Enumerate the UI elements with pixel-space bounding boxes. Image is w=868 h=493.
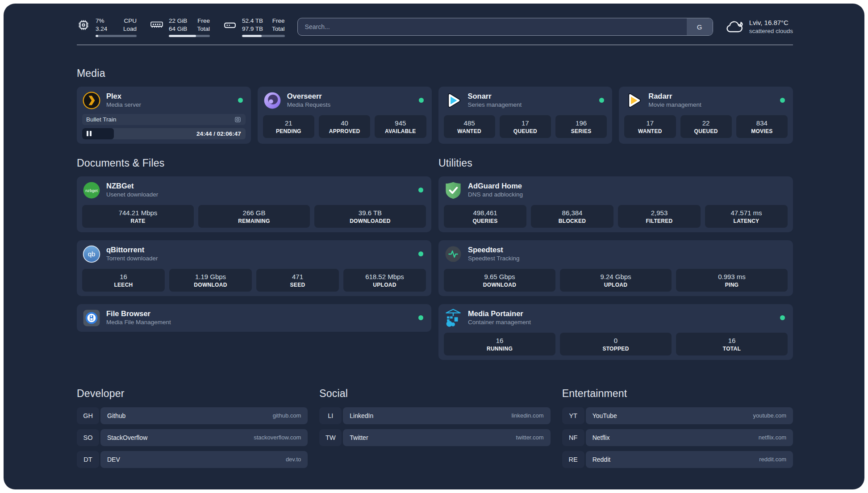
stat-filtered: 2,953 FILTERED [618,205,701,228]
disk-icon [223,18,237,32]
memory-free-label: Free [197,17,210,25]
card-subtitle: Series management [468,101,522,109]
bookmark-name: Github [107,412,125,419]
disk-widget: 52.4 TB 97.9 TB Free Total [223,17,285,37]
stat-downloaded: 39.6 TB DOWNLOADED [314,205,426,228]
stat-latency: 47.571 ms LATENCY [705,205,788,228]
stat-remaining: 266 GB REMAINING [198,205,310,228]
bookmark-reddit[interactable]: RE Reddit reddit.com [562,451,793,468]
bookmark-group-entertainment: Entertainment YT YouTube youtube.com NF … [562,388,793,473]
card-sonarr[interactable]: Sonarr Series management 485 WANTED 17 Q… [438,87,613,144]
card-portainer[interactable]: Media Portainer Container management 16 … [438,304,793,360]
bookmark-abbr: GH [77,407,99,424]
playback-time: 24:44 / 02:06:47 [196,130,241,137]
bookmark-url: reddit.com [759,456,786,463]
bookmark-youtube[interactable]: YT YouTube youtube.com [562,407,793,424]
bookmark-url: netflix.com [759,434,786,441]
card-title: Plex [106,92,141,101]
bookmark-url: twitter.com [516,434,544,441]
stat-seed: 471 SEED [256,269,339,292]
card-adguard[interactable]: AdGuard Home DNS and adblocking 498,461 … [438,176,793,232]
stat-wanted: 17 WANTED [624,115,676,138]
memory-free-value: 22 GiB [169,17,187,25]
now-playing-row: Bullet Train [82,114,246,125]
card-title: Overseerr [287,92,331,101]
bookmark-url: dev.to [286,456,301,463]
stat-pending: 21 PENDING [263,115,314,138]
section-title-utilities: Utilities [438,157,793,169]
bookmark-url: youtube.com [753,412,786,419]
stat-download: 9.65 Gbps DOWNLOAD [444,269,555,292]
portainer-icon [444,309,463,327]
card-overseerr[interactable]: Overseerr Media Requests 21 PENDING 40 A… [258,87,432,144]
search-input[interactable] [298,18,687,35]
card-title: Sonarr [468,92,522,101]
stat-queued: 17 QUEUED [500,115,551,138]
status-indicator [418,315,423,320]
weather-location: Lviv, 16.87°C [749,18,793,27]
bookmark-linkedin[interactable]: LI LinkedIn linkedin.com [319,407,550,424]
now-playing-title: Bullet Train [86,116,117,123]
stat-ping: 0.993 ms PING [676,269,788,292]
disk-total-label: Total [272,25,285,33]
top-bar: 7% 3.24 CPU Load [77,17,793,37]
svg-text:qb: qb [88,251,96,258]
cpu-usage-label: CPU [123,17,137,25]
card-title: Media Portainer [468,309,531,318]
pause-icon[interactable] [87,131,92,136]
stat-queries: 498,461 QUERIES [444,205,526,228]
bookmark-dev[interactable]: DT DEV dev.to [77,451,308,468]
card-subtitle: DNS and adblocking [468,191,523,199]
overseerr-icon [263,91,282,110]
bookmark-abbr: DT [77,451,99,468]
cloud-icon [726,20,743,34]
section-documents: Documents & Files nzbget NZBGet Usenet d… [77,157,431,368]
memory-progress-bar [169,35,210,37]
sonarr-icon [444,91,463,110]
card-speedtest[interactable]: Speedtest Speedtest Tracking 9.65 Gbps D… [438,240,793,296]
cpu-widget: 7% 3.24 CPU Load [77,17,137,37]
bookmark-stackoverflow[interactable]: SO StackOverflow stackoverflow.com [77,429,308,446]
plex-icon [82,91,101,110]
bookmarks: Developer GH Github github.com SO StackO… [77,388,793,473]
radarr-icon [624,91,643,110]
bookmark-url: stackoverflow.com [254,434,301,441]
card-radarr[interactable]: Radarr Movie management 17 WANTED 22 QUE… [619,87,793,144]
card-filebrowser[interactable]: File Browser Media File Management [77,304,431,332]
bookmark-twitter[interactable]: TW Twitter twitter.com [319,429,550,446]
card-qbittorrent[interactable]: qb qBittorrent Torrent downloader 16 LEE… [77,240,431,296]
bookmark-github[interactable]: GH Github github.com [77,407,308,424]
stat-download: 1.19 Gbps DOWNLOAD [169,269,252,292]
section-title-documents: Documents & Files [77,157,431,169]
card-subtitle: Movie management [648,101,701,109]
speedtest-icon [444,245,463,263]
playback-progress-bar: 24:44 / 02:06:47 [82,128,246,139]
stat-upload: 618.52 Mbps UPLOAD [343,269,426,292]
card-subtitle: Speedtest Tracking [468,255,520,263]
card-title: Radarr [648,92,701,101]
memory-icon [150,18,163,32]
media-cards: Plex Media server Bullet Train [77,87,793,144]
section-title-media: Media [77,67,793,79]
cpu-icon [77,18,90,32]
bookmark-group-title: Entertainment [562,388,793,400]
bookmark-netflix[interactable]: NF Netflix netflix.com [562,429,793,446]
svg-text:nzbget: nzbget [85,188,98,192]
card-plex[interactable]: Plex Media server Bullet Train [77,87,251,144]
dashboard: 7% 3.24 CPU Load [4,4,864,489]
bookmark-abbr: LI [319,407,342,424]
weather-widget[interactable]: Lviv, 16.87°C scattered clouds [726,18,793,35]
bookmark-name: DEV [107,456,120,463]
stat-leech: 16 LEECH [82,269,165,292]
bookmark-name: YouTube [593,412,617,419]
cpu-usage-value: 7% [96,17,107,25]
card-title: NZBGet [106,181,158,191]
bookmark-group-title: Developer [77,388,308,400]
search-engine-button[interactable]: G [687,18,713,35]
bookmark-name: LinkedIn [350,412,373,419]
weather-condition: scattered clouds [749,27,793,35]
card-subtitle: Media server [106,101,141,109]
card-nzbget[interactable]: nzbget NZBGet Usenet downloader 744.21 M… [77,176,431,232]
disk-total-value: 97.9 TB [242,25,263,33]
status-indicator [418,188,423,192]
